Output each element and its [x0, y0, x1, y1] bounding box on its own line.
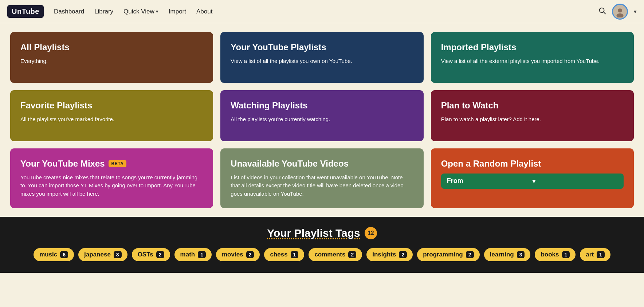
card-watching-playlists-desc: All the playlists you're currently watch… [231, 115, 413, 124]
card-all-playlists[interactable]: All Playlists Everything. [10, 32, 213, 83]
search-icon [598, 7, 606, 15]
tag-pill-music[interactable]: music6 [34, 248, 74, 261]
svg-point-3 [618, 8, 622, 12]
logo[interactable]: UnTube [7, 5, 44, 18]
card-youtube-playlists-desc: View a list of all the playlists you own… [231, 57, 413, 65]
card-yt-mixes-desc: YouTube creates nice mixes that relate t… [20, 174, 203, 198]
beta-badge: BETA [109, 160, 127, 167]
tag-label: programming [423, 251, 463, 258]
navbar: UnTube Dashboard Library Quick View ▾ Im… [0, 0, 644, 23]
card-favorite-playlists[interactable]: Favorite Playlists All the playlists you… [10, 90, 213, 141]
tag-label: learning [490, 251, 514, 258]
card-youtube-playlists-title: Your YouTube Playlists [231, 42, 413, 53]
card-imported-playlists-title: Imported Playlists [441, 42, 624, 53]
tag-pill-books[interactable]: books1 [535, 248, 576, 261]
tag-count: 1 [597, 251, 605, 258]
card-plan-to-watch-desc: Plan to watch a playlist later? Add it h… [441, 115, 624, 124]
tag-label: movies [222, 251, 243, 258]
tag-label: math [180, 251, 195, 258]
card-watching-playlists[interactable]: Watching Playlists All the playlists you… [220, 90, 423, 141]
tags-section: Your Playlist Tags 12 music6japanese3OST… [0, 217, 644, 273]
tag-pill-insights[interactable]: insights2 [366, 248, 413, 261]
tag-label: OSTs [138, 251, 153, 258]
card-plan-to-watch[interactable]: Plan to Watch Plan to watch a playlist l… [431, 90, 634, 141]
tag-pill-comments[interactable]: comments2 [309, 248, 362, 261]
nav-import[interactable]: Import [169, 8, 186, 15]
tag-label: art [586, 251, 594, 258]
card-random-playlist-title: Open a Random Playlist [441, 159, 624, 169]
tag-label: comments [314, 251, 345, 258]
svg-point-0 [600, 8, 604, 12]
card-yt-mixes[interactable]: Your YouTube Mixes BETA YouTube creates … [10, 148, 213, 208]
tag-count: 3 [517, 251, 525, 258]
tag-count: 6 [60, 251, 68, 258]
tag-count: 2 [399, 251, 407, 258]
search-button[interactable] [598, 7, 606, 17]
tag-pill-art[interactable]: art1 [580, 248, 610, 261]
card-all-playlists-desc: Everything. [20, 57, 203, 65]
from-dropdown[interactable]: From ▾ [441, 174, 624, 189]
avatar-icon [614, 6, 626, 17]
card-favorite-playlists-title: Favorite Playlists [20, 100, 203, 111]
tag-label: books [541, 251, 559, 258]
tag-label: insights [372, 251, 396, 258]
tag-count: 2 [156, 251, 164, 258]
card-watching-playlists-title: Watching Playlists [231, 100, 413, 111]
from-dropdown-label: From [447, 177, 533, 185]
main-content: All Playlists Everything. Your YouTube P… [0, 23, 644, 208]
card-imported-playlists[interactable]: Imported Playlists View a list of all th… [431, 32, 634, 83]
tag-label: chess [270, 251, 287, 258]
tag-count: 1 [198, 251, 206, 258]
tag-count: 2 [348, 251, 356, 258]
tag-count: 2 [466, 251, 474, 258]
card-unavailable-videos-title: Unavailable YouTube Videos [231, 159, 413, 169]
navbar-right: ▾ [598, 4, 637, 20]
card-imported-playlists-desc: View a list of all the external playlist… [441, 57, 624, 65]
tags-row: music6japanese3OSTs2math1movies2chess1co… [10, 248, 634, 261]
card-all-playlists-title: All Playlists [20, 42, 203, 53]
tag-pill-japanese[interactable]: japanese3 [78, 248, 127, 261]
tag-pill-chess[interactable]: chess1 [264, 248, 304, 261]
card-yt-mixes-title: Your YouTube Mixes [20, 159, 105, 169]
card-yt-mixes-title-row: Your YouTube Mixes BETA [20, 159, 203, 169]
quickview-dropdown-arrow: ▾ [156, 9, 158, 14]
cards-grid: All Playlists Everything. Your YouTube P… [10, 32, 634, 208]
tag-count: 3 [114, 251, 122, 258]
card-unavailable-videos[interactable]: Unavailable YouTube Videos List of video… [220, 148, 423, 208]
tag-label: music [39, 251, 57, 258]
card-random-playlist[interactable]: Open a Random Playlist From ▾ [431, 148, 634, 208]
tag-pill-learning[interactable]: learning3 [484, 248, 531, 261]
tag-count: 2 [246, 251, 254, 258]
nav-library[interactable]: Library [94, 8, 113, 15]
nav-quickview[interactable]: Quick View ▾ [123, 8, 158, 15]
card-plan-to-watch-title: Plan to Watch [441, 100, 624, 111]
tags-count-badge: 12 [365, 227, 377, 239]
nav-dashboard[interactable]: Dashboard [54, 8, 84, 15]
svg-line-1 [604, 12, 606, 14]
navbar-links: Dashboard Library Quick View ▾ Import Ab… [54, 8, 598, 15]
tag-pill-math[interactable]: math1 [174, 248, 212, 261]
tag-label: japanese [84, 251, 111, 258]
tag-pill-OSTs[interactable]: OSTs2 [132, 248, 170, 261]
card-unavailable-videos-desc: List of videos in your collection that w… [231, 174, 413, 198]
tag-pill-movies[interactable]: movies2 [216, 248, 260, 261]
nav-about[interactable]: About [196, 8, 212, 15]
card-youtube-playlists[interactable]: Your YouTube Playlists View a list of al… [220, 32, 423, 83]
tags-title-row: Your Playlist Tags 12 [10, 227, 634, 239]
user-dropdown-arrow[interactable]: ▾ [634, 8, 637, 15]
from-dropdown-chevron: ▾ [532, 177, 618, 185]
tag-count: 1 [291, 251, 299, 258]
tag-count: 1 [562, 251, 570, 258]
card-favorite-playlists-desc: All the playlists you've marked favorite… [20, 115, 203, 124]
tags-section-title: Your Playlist Tags [267, 227, 360, 239]
user-avatar[interactable] [612, 4, 628, 20]
tag-pill-programming[interactable]: programming2 [417, 248, 479, 261]
